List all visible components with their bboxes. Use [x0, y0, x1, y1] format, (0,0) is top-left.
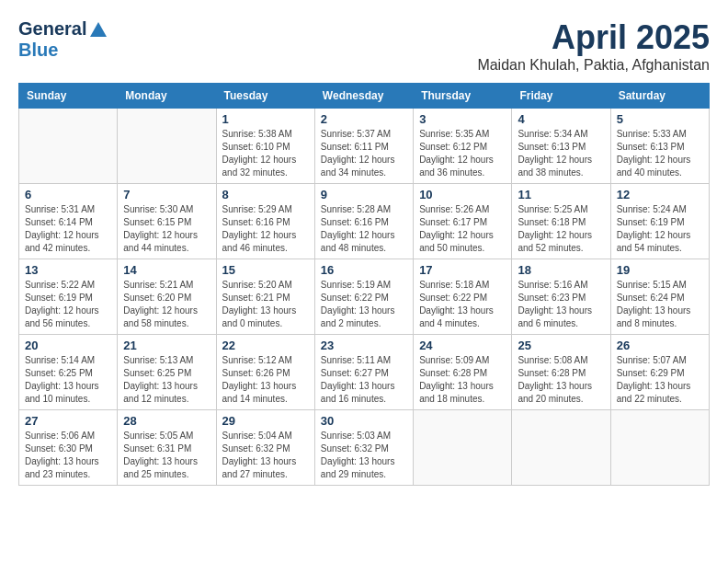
svg-marker-0 — [90, 22, 107, 37]
day-detail: Sunrise: 5:29 AM Sunset: 6:16 PM Dayligh… — [222, 203, 309, 255]
calendar-cell: 14Sunrise: 5:21 AM Sunset: 6:20 PM Dayli… — [118, 259, 216, 335]
calendar-cell: 15Sunrise: 5:20 AM Sunset: 6:21 PM Dayli… — [216, 259, 314, 335]
day-number: 10 — [419, 188, 506, 201]
calendar-cell: 12Sunrise: 5:24 AM Sunset: 6:19 PM Dayli… — [610, 184, 709, 259]
calendar-cell — [19, 109, 118, 184]
day-number: 20 — [25, 339, 111, 352]
day-detail: Sunrise: 5:35 AM Sunset: 6:12 PM Dayligh… — [419, 128, 506, 179]
calendar-cell: 29Sunrise: 5:04 AM Sunset: 6:32 PM Dayli… — [216, 410, 314, 486]
weekday-header: Friday — [512, 84, 610, 109]
day-number: 23 — [321, 339, 407, 352]
weekday-header: Thursday — [414, 84, 512, 109]
month-title: April 2025 — [477, 18, 710, 57]
day-number: 7 — [123, 188, 210, 201]
calendar-cell: 26Sunrise: 5:07 AM Sunset: 6:29 PM Dayli… — [610, 335, 709, 410]
day-detail: Sunrise: 5:07 AM Sunset: 6:29 PM Dayligh… — [617, 354, 703, 406]
day-number: 19 — [617, 263, 703, 277]
day-detail: Sunrise: 5:38 AM Sunset: 6:10 PM Dayligh… — [222, 128, 309, 179]
day-detail: Sunrise: 5:15 AM Sunset: 6:24 PM Dayligh… — [617, 279, 703, 330]
day-number: 21 — [123, 339, 210, 352]
calendar-header-row: SundayMondayTuesdayWednesdayThursdayFrid… — [19, 84, 710, 109]
day-detail: Sunrise: 5:21 AM Sunset: 6:20 PM Dayligh… — [123, 279, 210, 330]
title-area: April 2025 Maidan Khulah, Paktia, Afghan… — [477, 18, 710, 74]
day-detail: Sunrise: 5:06 AM Sunset: 6:30 PM Dayligh… — [25, 430, 111, 481]
day-number: 2 — [321, 112, 407, 126]
calendar-cell: 7Sunrise: 5:30 AM Sunset: 6:15 PM Daylig… — [118, 184, 216, 259]
day-detail: Sunrise: 5:08 AM Sunset: 6:28 PM Dayligh… — [518, 354, 604, 406]
day-detail: Sunrise: 5:30 AM Sunset: 6:15 PM Dayligh… — [123, 203, 210, 255]
day-detail: Sunrise: 5:25 AM Sunset: 6:18 PM Dayligh… — [518, 203, 604, 255]
page-header: General Blue April 2025 Maidan Khulah, P… — [18, 18, 710, 74]
calendar-cell: 24Sunrise: 5:09 AM Sunset: 6:28 PM Dayli… — [414, 335, 512, 410]
day-number: 8 — [222, 188, 309, 201]
day-number: 12 — [617, 188, 703, 201]
day-number: 22 — [222, 339, 309, 352]
calendar-cell: 1Sunrise: 5:38 AM Sunset: 6:10 PM Daylig… — [216, 109, 314, 184]
day-detail: Sunrise: 5:37 AM Sunset: 6:11 PM Dayligh… — [321, 128, 407, 179]
logo-blue: Blue — [18, 40, 58, 60]
day-number: 24 — [419, 339, 506, 352]
day-detail: Sunrise: 5:04 AM Sunset: 6:32 PM Dayligh… — [222, 430, 309, 481]
location-title: Maidan Khulah, Paktia, Afghanistan — [477, 57, 710, 74]
day-number: 5 — [617, 112, 703, 126]
day-number: 4 — [518, 112, 604, 126]
calendar-cell: 3Sunrise: 5:35 AM Sunset: 6:12 PM Daylig… — [414, 109, 512, 184]
day-detail: Sunrise: 5:26 AM Sunset: 6:17 PM Dayligh… — [419, 203, 506, 255]
calendar-cell: 30Sunrise: 5:03 AM Sunset: 6:32 PM Dayli… — [314, 410, 413, 486]
day-detail: Sunrise: 5:03 AM Sunset: 6:32 PM Dayligh… — [321, 430, 407, 481]
calendar-cell: 19Sunrise: 5:15 AM Sunset: 6:24 PM Dayli… — [610, 259, 709, 335]
calendar-cell: 27Sunrise: 5:06 AM Sunset: 6:30 PM Dayli… — [19, 410, 118, 486]
calendar-row: 1Sunrise: 5:38 AM Sunset: 6:10 PM Daylig… — [19, 109, 710, 184]
day-detail: Sunrise: 5:22 AM Sunset: 6:19 PM Dayligh… — [25, 279, 111, 330]
day-number: 1 — [222, 112, 309, 126]
day-number: 25 — [518, 339, 604, 352]
calendar-cell: 4Sunrise: 5:34 AM Sunset: 6:13 PM Daylig… — [512, 109, 610, 184]
day-number: 17 — [419, 263, 506, 277]
day-number: 30 — [321, 414, 407, 428]
calendar-cell: 23Sunrise: 5:11 AM Sunset: 6:27 PM Dayli… — [314, 335, 413, 410]
calendar-cell: 11Sunrise: 5:25 AM Sunset: 6:18 PM Dayli… — [512, 184, 610, 259]
day-detail: Sunrise: 5:31 AM Sunset: 6:14 PM Dayligh… — [25, 203, 111, 255]
calendar-row: 27Sunrise: 5:06 AM Sunset: 6:30 PM Dayli… — [19, 410, 710, 486]
calendar-row: 6Sunrise: 5:31 AM Sunset: 6:14 PM Daylig… — [19, 184, 710, 259]
day-detail: Sunrise: 5:28 AM Sunset: 6:16 PM Dayligh… — [321, 203, 407, 255]
calendar-table: SundayMondayTuesdayWednesdayThursdayFrid… — [18, 83, 710, 486]
calendar-cell: 13Sunrise: 5:22 AM Sunset: 6:19 PM Dayli… — [19, 259, 118, 335]
day-number: 28 — [123, 414, 210, 428]
day-detail: Sunrise: 5:34 AM Sunset: 6:13 PM Dayligh… — [518, 128, 604, 179]
logo: General Blue — [18, 18, 108, 61]
calendar-cell — [414, 410, 512, 486]
day-number: 6 — [25, 188, 111, 201]
day-number: 14 — [123, 263, 210, 277]
day-number: 15 — [222, 263, 309, 277]
day-detail: Sunrise: 5:20 AM Sunset: 6:21 PM Dayligh… — [222, 279, 309, 330]
day-detail: Sunrise: 5:19 AM Sunset: 6:22 PM Dayligh… — [321, 279, 407, 330]
calendar-cell: 6Sunrise: 5:31 AM Sunset: 6:14 PM Daylig… — [19, 184, 118, 259]
day-detail: Sunrise: 5:09 AM Sunset: 6:28 PM Dayligh… — [419, 354, 506, 406]
day-detail: Sunrise: 5:11 AM Sunset: 6:27 PM Dayligh… — [321, 354, 407, 406]
calendar-cell: 18Sunrise: 5:16 AM Sunset: 6:23 PM Dayli… — [512, 259, 610, 335]
day-number: 18 — [518, 263, 604, 277]
day-detail: Sunrise: 5:14 AM Sunset: 6:25 PM Dayligh… — [25, 354, 111, 406]
weekday-header: Wednesday — [314, 84, 413, 109]
weekday-header: Sunday — [19, 84, 118, 109]
day-number: 9 — [321, 188, 407, 201]
calendar-cell: 8Sunrise: 5:29 AM Sunset: 6:16 PM Daylig… — [216, 184, 314, 259]
day-number: 16 — [321, 263, 407, 277]
calendar-cell — [118, 109, 216, 184]
calendar-cell: 22Sunrise: 5:12 AM Sunset: 6:26 PM Dayli… — [216, 335, 314, 410]
day-detail: Sunrise: 5:13 AM Sunset: 6:25 PM Dayligh… — [123, 354, 210, 406]
day-detail: Sunrise: 5:33 AM Sunset: 6:13 PM Dayligh… — [617, 128, 703, 179]
day-number: 3 — [419, 112, 506, 126]
calendar-cell: 16Sunrise: 5:19 AM Sunset: 6:22 PM Dayli… — [314, 259, 413, 335]
day-number: 29 — [222, 414, 309, 428]
calendar-cell: 9Sunrise: 5:28 AM Sunset: 6:16 PM Daylig… — [314, 184, 413, 259]
logo-general: General — [18, 18, 86, 40]
calendar-cell: 21Sunrise: 5:13 AM Sunset: 6:25 PM Dayli… — [118, 335, 216, 410]
calendar-cell: 28Sunrise: 5:05 AM Sunset: 6:31 PM Dayli… — [118, 410, 216, 486]
calendar-cell: 10Sunrise: 5:26 AM Sunset: 6:17 PM Dayli… — [414, 184, 512, 259]
day-detail: Sunrise: 5:12 AM Sunset: 6:26 PM Dayligh… — [222, 354, 309, 406]
weekday-header: Saturday — [610, 84, 709, 109]
weekday-header: Tuesday — [216, 84, 314, 109]
calendar-cell: 2Sunrise: 5:37 AM Sunset: 6:11 PM Daylig… — [314, 109, 413, 184]
